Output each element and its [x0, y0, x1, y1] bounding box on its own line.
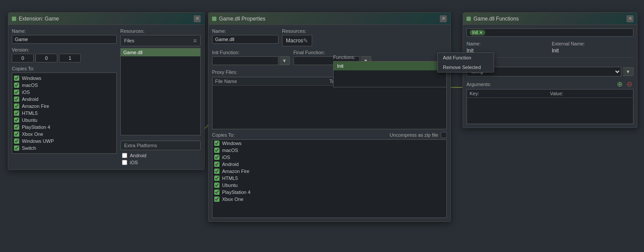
panel1-title: Extension: Game: [19, 16, 194, 22]
panel3-search-row: Init ✕: [466, 28, 634, 37]
panel2-copies-section: Copies To: Uncompress as zip file Window…: [212, 132, 447, 218]
panel1-version-patch[interactable]: [59, 54, 81, 62]
panel2-name-col: Name:: [212, 28, 278, 46]
platform-ubuntu: Ubuntu: [12, 117, 116, 124]
panel1-header[interactable]: Extension: Game ✕: [8, 13, 204, 25]
gamedll-properties-panel: Game.dll Properties ✕ Name: Resources: M…: [208, 12, 451, 222]
panel3-args-add-button[interactable]: ⊕: [616, 81, 624, 88]
panel2-functions-list: Init: [333, 61, 447, 87]
panel1-name-input[interactable]: [12, 35, 117, 44]
panel2-resources-label: Resources:: [282, 28, 312, 34]
panel1-files-label: Files: [124, 38, 134, 43]
p2-platform-android: Android: [212, 161, 446, 168]
p2-platform-html5: HTML5: [212, 175, 446, 182]
extra-ios: iOS: [120, 159, 201, 166]
panel2-name-row: Name: Resources: Macros ✎: [212, 28, 447, 46]
panel2-icon: [212, 17, 216, 21]
panel3-title: Game.dll Functions: [473, 16, 627, 22]
platform-html5: HTML5: [12, 110, 116, 117]
panel1-files-header: Files ≡: [120, 35, 201, 46]
platform-macos: macOS: [12, 82, 116, 89]
panel3-body: Init ✕ Name: Init External Name: Init Re…: [463, 25, 637, 128]
panel3-value-col: Value:: [550, 91, 630, 96]
panel1-resources-label: Resources:: [120, 28, 201, 34]
panel2-macros-edit-button[interactable]: ✎: [303, 37, 308, 44]
panel2-zip-checkbox[interactable]: [441, 132, 447, 138]
panel2-header[interactable]: Game.dll Properties ✕: [209, 13, 450, 25]
panel2-proxy-col1: File Name: [215, 79, 330, 84]
panel3-external-label: External Name:: [552, 41, 634, 46]
panel3-args-cols: Key: Value:: [467, 90, 633, 98]
platform-ps4: PlayStation 4: [12, 124, 116, 131]
panel3-external-value: Init: [552, 48, 559, 54]
panel3-key-col: Key:: [470, 91, 550, 96]
panel1-extra-label: Extra Platforms: [120, 141, 201, 150]
platform-uwp: Windows UWP: [12, 138, 116, 145]
p2-platform-ios: iOS: [212, 154, 446, 161]
platform-amazon-fire: Amazon Fire: [12, 103, 116, 110]
panel2-body: Name: Resources: Macros ✎ Init Function:…: [209, 25, 450, 221]
panel3-name-external-row: Name: Init External Name: Init: [466, 41, 634, 54]
panel2-init-dropdown: ▼: [212, 56, 290, 65]
extra-android: Android: [120, 152, 201, 159]
panel2-proxy-label: Proxy Files:: [212, 69, 237, 75]
panel2-name-input[interactable]: [212, 35, 278, 44]
panel1-version-major[interactable]: [12, 54, 34, 62]
panel1-copies-label: Copies To:: [12, 66, 117, 71]
panel1-version-minor[interactable]: [35, 54, 57, 62]
panel2-close-button[interactable]: ✕: [440, 15, 447, 22]
panel3-name-label: Name:: [466, 41, 548, 46]
panel2-functions-right: Functions: Init: [333, 55, 447, 87]
panel3-args-label: Arguments:: [466, 82, 491, 87]
p2-platform-ubuntu: Ubuntu: [212, 182, 446, 189]
panel3-tag-close-button[interactable]: ✕: [479, 31, 483, 35]
panel2-macros-row: Macros ✎: [282, 35, 312, 46]
panel1-files-list: Game.dll: [120, 48, 201, 135]
panel1-version-label: Version:: [12, 47, 117, 52]
p2-platform-xbox: Xbox One: [212, 196, 446, 203]
panel2-init-col: Init Function: ▼: [212, 50, 290, 65]
panel2-copies-header: Copies To: Uncompress as zip file: [212, 132, 447, 138]
extension-game-panel: Extension: Game ✕ Name: Version: Copies …: [8, 12, 205, 170]
panel2-init-arrow[interactable]: ▼: [279, 56, 290, 65]
panel2-copies-label: Copies To:: [212, 132, 235, 138]
panel3-search-tag: Init ✕: [470, 30, 485, 35]
panel1-files-menu-button[interactable]: ≡: [193, 37, 197, 44]
platform-windows: Windows: [12, 75, 116, 82]
panel2-macros-label: Macros: [286, 38, 303, 44]
panel3-args-buttons: ⊕ ⊖: [616, 81, 634, 88]
panel1-version-row: [12, 54, 117, 62]
platform-ios: iOS: [12, 89, 116, 96]
panel3-return-arrow[interactable]: ▼: [623, 67, 634, 76]
panel2-resources-col: Resources: Macros ✎: [282, 28, 312, 46]
function-item-init[interactable]: Init: [334, 62, 446, 70]
panel3-icon: [466, 17, 471, 21]
p2-platform-amazon: Amazon Fire: [212, 168, 446, 175]
panel3-args-area: Key: Value:: [466, 89, 634, 124]
panel2-zip-row: Uncompress as zip file: [390, 132, 447, 138]
panel1-close-button[interactable]: ✕: [194, 15, 201, 22]
panel2-name-label: Name:: [212, 28, 278, 34]
panel2-title: Game.dll Properties: [219, 16, 440, 22]
file-item-gamedll[interactable]: Game.dll: [121, 48, 200, 56]
context-remove-selected[interactable]: Remove Selected: [438, 62, 494, 72]
panel2-functions-label: Functions:: [333, 55, 447, 60]
platform-xbox: Xbox One: [12, 131, 116, 138]
panel1-copies-list: Windows macOS iOS Android Amazon Fire HT…: [12, 72, 117, 154]
panel1-right-col: Resources: Files ≡ Game.dll Extra Platfo…: [120, 28, 201, 166]
panel1-left-col: Name: Version: Copies To: Windows macOS …: [12, 28, 117, 166]
p2-platform-ps4: PlayStation 4: [212, 189, 446, 196]
panel3-close-button[interactable]: ✕: [627, 15, 634, 22]
panel2-copies-scroll[interactable]: Windows macOS iOS Android Amazon Fire HT…: [212, 139, 447, 218]
context-menu: Add Function Remove Selected: [437, 52, 494, 72]
panel1-name-label: Name:: [12, 28, 117, 34]
panel3-args-remove-button[interactable]: ⊖: [625, 81, 634, 88]
platform-switch: Switch: [12, 145, 116, 152]
panel3-external-col: External Name: Init: [552, 41, 634, 54]
panel1-body: Name: Version: Copies To: Windows macOS …: [8, 25, 204, 169]
panel2-init-input[interactable]: [212, 56, 278, 65]
panel2-zip-label: Uncompress as zip file: [390, 132, 438, 138]
panel3-header[interactable]: Game.dll Functions ✕: [463, 13, 637, 25]
context-add-function[interactable]: Add Function: [438, 53, 494, 62]
panel1-main-cols: Name: Version: Copies To: Windows macOS …: [12, 28, 201, 166]
